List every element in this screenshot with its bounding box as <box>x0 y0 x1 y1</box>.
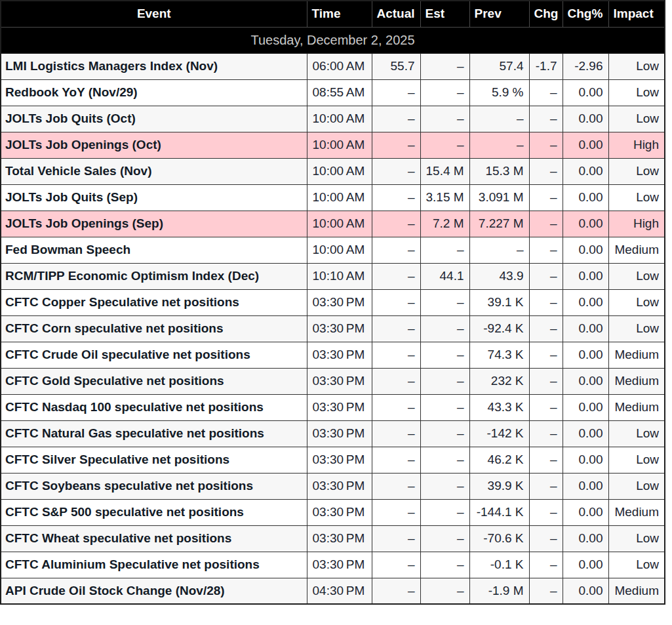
event-time: 03:30 PM <box>307 420 372 447</box>
event-row[interactable]: Total Vehicle Sales (Nov) 10:00 AM – 15.… <box>1 158 665 184</box>
event-row[interactable]: Fed Bowman Speech 10:00 AM – – – – 0.00 … <box>1 237 665 263</box>
event-actual: – <box>372 499 420 525</box>
event-row[interactable]: CFTC Soybeans speculative net positions … <box>1 473 665 499</box>
event-name: CFTC Silver Speculative net positions <box>1 447 307 473</box>
event-prev: 43.3 K <box>469 394 529 420</box>
event-row[interactable]: CFTC Gold Speculative net positions 03:3… <box>1 368 665 394</box>
event-prev: 5.9 % <box>469 79 529 106</box>
event-actual: – <box>372 342 420 368</box>
event-chg: – <box>529 394 563 420</box>
event-time: 10:00 AM <box>307 184 372 211</box>
event-time: 03:30 PM <box>307 447 372 473</box>
event-name: JOLTs Job Openings (Oct) <box>1 132 307 158</box>
event-row[interactable]: JOLTs Job Quits (Oct) 10:00 AM – – – – 0… <box>1 106 665 132</box>
event-est: – <box>420 552 469 578</box>
event-chg: – <box>529 578 563 604</box>
event-time: 08:55 AM <box>307 79 372 106</box>
event-prev: -1.9 M <box>469 578 529 604</box>
event-chg-pct: 0.00 <box>563 447 608 473</box>
event-actual: – <box>372 394 420 420</box>
event-est: 15.4 M <box>420 158 469 184</box>
event-impact: Low <box>608 315 665 342</box>
event-actual: – <box>372 473 420 499</box>
event-prev: – <box>469 106 529 132</box>
column-header-actual: Actual <box>372 1 420 27</box>
event-impact: High <box>608 211 665 237</box>
event-row[interactable]: JOLTs Job Quits (Sep) 10:00 AM – 3.15 M … <box>1 184 665 211</box>
event-time: 03:30 PM <box>307 552 372 578</box>
event-est: – <box>420 394 469 420</box>
event-name: CFTC Copper Speculative net positions <box>1 289 307 315</box>
event-impact: Low <box>608 263 665 289</box>
event-name: CFTC Wheat speculative net positions <box>1 525 307 552</box>
event-impact: Medium <box>608 499 665 525</box>
event-row[interactable]: CFTC Natural Gas speculative net positio… <box>1 420 665 447</box>
event-actual: – <box>372 211 420 237</box>
event-row[interactable]: CFTC Aluminium Speculative net positions… <box>1 552 665 578</box>
event-row[interactable]: Redbook YoY (Nov/29) 08:55 AM – – 5.9 % … <box>1 79 665 106</box>
event-actual: – <box>372 237 420 263</box>
event-chg-pct: 0.00 <box>563 420 608 447</box>
event-chg-pct: -2.96 <box>563 53 608 79</box>
event-row[interactable]: CFTC Crude Oil speculative net positions… <box>1 342 665 368</box>
event-chg: – <box>529 237 563 263</box>
event-time: 10:00 AM <box>307 132 372 158</box>
event-actual: – <box>372 263 420 289</box>
event-actual: – <box>372 578 420 604</box>
event-name: API Crude Oil Stock Change (Nov/28) <box>1 578 307 604</box>
event-row[interactable]: CFTC Copper Speculative net positions 03… <box>1 289 665 315</box>
event-row[interactable]: LMI Logistics Managers Index (Nov) 06:00… <box>1 53 665 79</box>
event-row[interactable]: CFTC Wheat speculative net positions 03:… <box>1 525 665 552</box>
column-header-event: Event <box>1 1 307 27</box>
event-row[interactable]: CFTC Silver Speculative net positions 03… <box>1 447 665 473</box>
event-row[interactable]: CFTC Corn speculative net positions 03:3… <box>1 315 665 342</box>
event-name: Redbook YoY (Nov/29) <box>1 79 307 106</box>
event-row[interactable]: API Crude Oil Stock Change (Nov/28) 04:3… <box>1 578 665 604</box>
event-row[interactable]: RCM/TIPP Economic Optimism Index (Dec) 1… <box>1 263 665 289</box>
column-header-chg-pct: Chg% <box>563 1 608 27</box>
event-chg-pct: 0.00 <box>563 525 608 552</box>
event-chg-pct: 0.00 <box>563 473 608 499</box>
event-time: 10:00 AM <box>307 211 372 237</box>
event-impact: Low <box>608 420 665 447</box>
event-actual: – <box>372 368 420 394</box>
event-chg-pct: 0.00 <box>563 184 608 211</box>
event-name: Fed Bowman Speech <box>1 237 307 263</box>
event-name: CFTC Aluminium Speculative net positions <box>1 552 307 578</box>
event-chg-pct: 0.00 <box>563 237 608 263</box>
event-prev: 39.9 K <box>469 473 529 499</box>
event-prev: 15.3 M <box>469 158 529 184</box>
event-prev: 46.2 K <box>469 447 529 473</box>
event-row[interactable]: CFTC Nasdaq 100 speculative net position… <box>1 394 665 420</box>
event-row[interactable]: CFTC S&P 500 speculative net positions 0… <box>1 499 665 525</box>
event-impact: Low <box>608 79 665 106</box>
event-row[interactable]: JOLTs Job Openings (Sep) 10:00 AM – 7.2 … <box>1 211 665 237</box>
event-name: RCM/TIPP Economic Optimism Index (Dec) <box>1 263 307 289</box>
event-chg: -1.7 <box>529 53 563 79</box>
event-impact: Medium <box>608 237 665 263</box>
event-impact: Low <box>608 525 665 552</box>
date-header: Tuesday, December 2, 2025 <box>1 27 665 53</box>
event-impact: Medium <box>608 368 665 394</box>
column-header-chg: Chg <box>529 1 563 27</box>
event-chg-pct: 0.00 <box>563 263 608 289</box>
event-row[interactable]: JOLTs Job Openings (Oct) 10:00 AM – – – … <box>1 132 665 158</box>
event-chg: – <box>529 263 563 289</box>
event-prev: -70.6 K <box>469 525 529 552</box>
event-chg: – <box>529 184 563 211</box>
event-est: – <box>420 79 469 106</box>
column-header-est: Est <box>420 1 469 27</box>
event-est: – <box>420 237 469 263</box>
event-chg-pct: 0.00 <box>563 499 608 525</box>
event-impact: Medium <box>608 578 665 604</box>
event-time: 10:00 AM <box>307 158 372 184</box>
event-chg-pct: 0.00 <box>563 158 608 184</box>
event-est: – <box>420 342 469 368</box>
event-est: 3.15 M <box>420 184 469 211</box>
event-actual: – <box>372 158 420 184</box>
event-actual: – <box>372 552 420 578</box>
event-name: Total Vehicle Sales (Nov) <box>1 158 307 184</box>
event-name: LMI Logistics Managers Index (Nov) <box>1 53 307 79</box>
event-chg: – <box>529 158 563 184</box>
event-time: 03:30 PM <box>307 342 372 368</box>
